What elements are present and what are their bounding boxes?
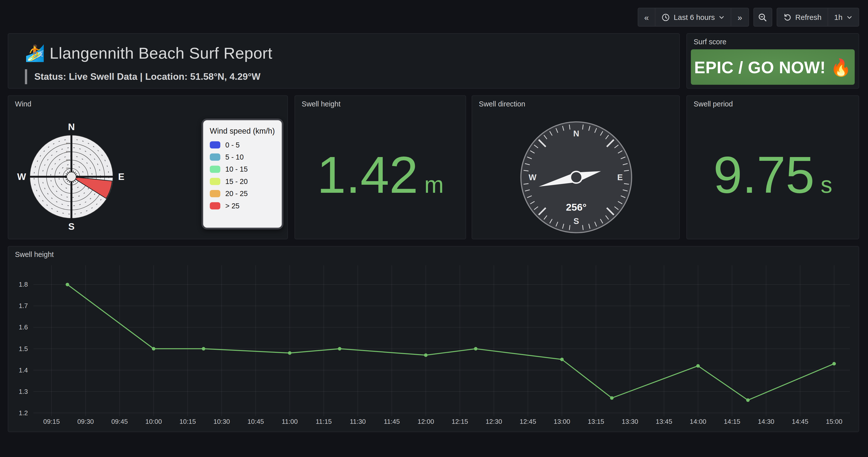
legend-item: 15 - 20: [210, 175, 275, 187]
refresh-controls-group: Refresh 1h: [776, 8, 859, 27]
x-axis-tick-label: 14:15: [724, 418, 740, 425]
data-point: [338, 347, 341, 350]
compass-cardinal-label: W: [529, 173, 536, 182]
y-axis-tick-label: 1.7: [19, 302, 28, 310]
rose-ring-label: 60%: [66, 150, 70, 153]
data-point: [424, 353, 428, 357]
data-point: [202, 347, 205, 350]
legend-item-label: 20 - 25: [225, 189, 248, 198]
wind-legend-items: 0 - 55 - 1010 - 1515 - 2020 - 25> 25: [210, 138, 275, 212]
y-axis-tick-label: 1.4: [19, 366, 28, 374]
swell-period-stat: 9.75 s: [687, 112, 859, 239]
x-axis-tick-label: 12:00: [417, 418, 434, 425]
panel-title-wind[interactable]: Wind: [8, 96, 38, 112]
x-axis-tick-label: 10:30: [214, 418, 230, 425]
data-point: [746, 398, 750, 402]
swell-height-series-line: [67, 285, 834, 400]
legend-item-label: > 25: [225, 201, 240, 210]
compass-cardinal-label: S: [574, 217, 579, 226]
dashboard-title: 🏄 Llangennith Beach Surf Report: [25, 44, 272, 63]
time-range-label: Last 6 hours: [674, 13, 715, 21]
legend-item-label: 5 - 10: [225, 153, 244, 161]
dashboard-toolbar: « Last 6 hours »: [638, 8, 859, 27]
refresh-button[interactable]: Refresh: [777, 8, 828, 26]
double-chevron-left-icon: «: [644, 13, 649, 21]
rose-cardinal-label: S: [68, 221, 75, 232]
rose-ring-label: 40%: [66, 159, 70, 161]
rose-cardinal-label: E: [118, 171, 124, 182]
swell-direction-value: 256°: [566, 202, 587, 212]
swell-height-chart[interactable]: 1.21.31.41.51.61.71.809:1509:3009:4510:0…: [8, 247, 859, 432]
x-axis-tick-label: 09:15: [43, 418, 60, 425]
x-axis-tick-label: 13:00: [554, 418, 570, 425]
legend-color-chip: [210, 153, 220, 161]
panel-swell-height-stat: Swell height 1.42 m: [294, 95, 466, 239]
refresh-label: Refresh: [795, 13, 822, 21]
x-axis-tick-label: 12:45: [520, 418, 536, 425]
surf-score-badge: EPIC / GO NOW! 🔥: [691, 49, 855, 85]
panel-title-surf-score[interactable]: Surf score: [687, 34, 733, 49]
legend-color-chip: [210, 178, 220, 185]
x-axis-tick-label: 15:00: [826, 418, 842, 425]
chevron-down-icon: [846, 14, 852, 20]
legend-item: 5 - 10: [210, 151, 275, 163]
time-shift-forward-button[interactable]: »: [732, 8, 748, 26]
legend-item: 10 - 15: [210, 163, 275, 175]
swell-period-unit: s: [821, 173, 832, 197]
clock-icon: [661, 13, 670, 21]
x-axis-tick-label: 11:00: [282, 418, 298, 425]
legend-item: 0 - 5: [210, 138, 275, 150]
zoom-out-button[interactable]: [753, 8, 772, 27]
data-point: [560, 358, 564, 361]
swell-period-value: 9.75: [713, 149, 815, 201]
x-axis-tick-label: 14:45: [792, 418, 808, 425]
legend-item: 20 - 25: [210, 187, 275, 199]
data-point: [474, 347, 477, 350]
swell-height-stat: 1.42 m: [295, 112, 465, 239]
y-axis-tick-label: 1.2: [19, 409, 28, 417]
wind-legend-title: Wind speed (km/h): [210, 125, 275, 137]
y-axis-tick-label: 1.5: [19, 345, 28, 352]
legend-color-chip: [210, 202, 220, 209]
panel-swell-period-stat: Swell period 9.75 s: [686, 95, 859, 239]
wind-rose: 20%40%60%80%NESW: [10, 116, 132, 237]
data-point: [288, 351, 291, 355]
x-axis-tick-label: 13:30: [622, 418, 638, 425]
legend-item-label: 0 - 5: [225, 140, 240, 149]
x-axis-tick-label: 13:45: [656, 418, 672, 425]
rose-ring-label: 80%: [66, 142, 70, 144]
panel-title-swell-height[interactable]: Swell height: [295, 96, 347, 112]
x-axis-tick-label: 09:30: [77, 418, 94, 425]
legend-color-chip: [210, 190, 220, 197]
x-axis-tick-label: 11:30: [350, 418, 366, 425]
data-point: [152, 347, 155, 350]
panel-swell-height-chart: Swell height 1.21.31.41.51.61.71.809:150…: [8, 246, 859, 432]
rose-ring-label: 20%: [66, 167, 70, 169]
panel-surf-score: Surf score EPIC / GO NOW! 🔥: [686, 33, 859, 89]
status-blockquote: Status: Live Swell Data | Location: 51.5…: [25, 69, 260, 84]
panel-header: 🏄 Llangennith Beach Surf Report Status: …: [8, 33, 680, 89]
panel-title-swell-direction[interactable]: Swell direction: [472, 96, 532, 112]
panel-title-swell-period[interactable]: Swell period: [687, 96, 740, 112]
time-shift-back-button[interactable]: «: [638, 8, 655, 26]
blockquote-bar: [25, 69, 27, 84]
time-range-picker[interactable]: Last 6 hours: [655, 8, 732, 26]
swell-height-value: 1.42: [317, 149, 418, 201]
swell-height-unit: m: [424, 173, 443, 197]
double-chevron-right-icon: »: [738, 13, 742, 21]
x-axis-tick-label: 10:15: [179, 418, 196, 425]
refresh-interval-dropdown[interactable]: 1h: [828, 8, 859, 26]
x-axis-tick-label: 10:45: [247, 418, 264, 425]
x-axis-tick-label: 12:30: [486, 418, 502, 425]
panel-wind: Wind 20%40%60%80%NESW Wind speed (km/h) …: [8, 95, 288, 239]
grafana-dashboard: « Last 6 hours »: [0, 0, 868, 457]
refresh-icon: [783, 13, 791, 21]
legend-item-label: 15 - 20: [225, 177, 248, 185]
data-point: [696, 364, 700, 368]
x-axis-tick-label: 14:00: [690, 418, 706, 425]
refresh-interval-value: 1h: [834, 13, 843, 21]
legend-item: > 25: [210, 200, 275, 212]
compass-cardinal-label: E: [617, 173, 623, 182]
compass-cardinal-label: N: [573, 129, 579, 138]
y-axis-tick-label: 1.8: [19, 281, 28, 288]
